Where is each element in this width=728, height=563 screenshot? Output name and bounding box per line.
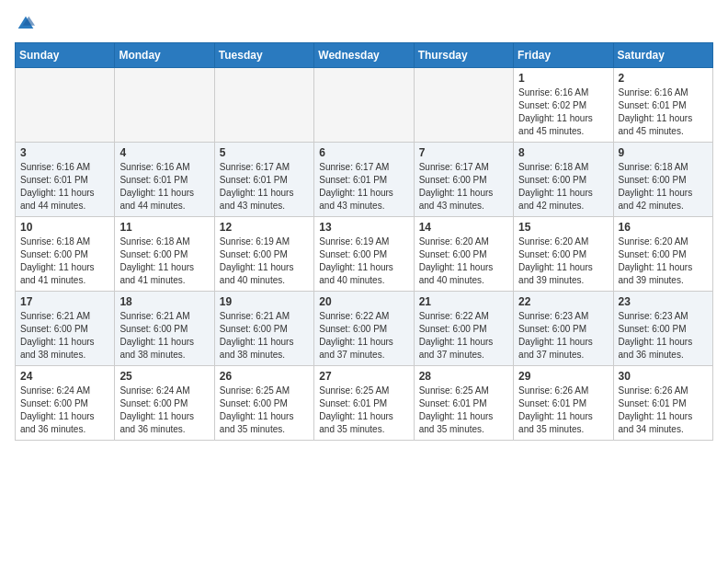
weekday-header-thursday: Thursday — [414, 43, 513, 68]
day-number: 12 — [220, 221, 309, 234]
day-number: 4 — [119, 146, 209, 159]
calendar-cell: 15Sunrise: 6:20 AMSunset: 6:00 PMDayligh… — [514, 217, 613, 292]
day-info: Sunrise: 6:22 AMSunset: 6:00 PMDaylight:… — [419, 311, 494, 360]
day-number: 10 — [20, 221, 109, 234]
day-number: 24 — [20, 370, 109, 383]
day-info: Sunrise: 6:18 AMSunset: 6:00 PMDaylight:… — [518, 162, 593, 211]
day-info: Sunrise: 6:20 AMSunset: 6:00 PMDaylight:… — [619, 236, 693, 285]
day-info: Sunrise: 6:17 AMSunset: 6:00 PMDaylight:… — [419, 162, 494, 211]
calendar-cell: 4Sunrise: 6:16 AMSunset: 6:01 PMDaylight… — [115, 143, 214, 217]
calendar-cell: 21Sunrise: 6:22 AMSunset: 6:00 PMDayligh… — [414, 292, 513, 366]
weekday-header-friday: Friday — [514, 43, 613, 68]
calendar-cell: 20Sunrise: 6:22 AMSunset: 6:00 PMDayligh… — [314, 292, 414, 366]
day-info: Sunrise: 6:21 AMSunset: 6:00 PMDaylight:… — [20, 311, 95, 360]
weekday-header-monday: Monday — [115, 43, 214, 68]
calendar-cell: 28Sunrise: 6:25 AMSunset: 6:01 PMDayligh… — [414, 366, 513, 441]
calendar-cell — [414, 68, 513, 143]
day-number: 1 — [518, 72, 608, 85]
calendar-week-row: 24Sunrise: 6:24 AMSunset: 6:00 PMDayligh… — [16, 366, 713, 441]
calendar-cell: 25Sunrise: 6:24 AMSunset: 6:00 PMDayligh… — [115, 366, 214, 441]
calendar-cell: 22Sunrise: 6:23 AMSunset: 6:00 PMDayligh… — [514, 292, 613, 366]
calendar-week-row: 17Sunrise: 6:21 AMSunset: 6:00 PMDayligh… — [16, 292, 713, 366]
day-number: 3 — [20, 146, 109, 159]
calendar-cell: 18Sunrise: 6:21 AMSunset: 6:00 PMDayligh… — [115, 292, 214, 366]
calendar-cell: 10Sunrise: 6:18 AMSunset: 6:00 PMDayligh… — [16, 217, 115, 292]
calendar-table: SundayMondayTuesdayWednesdayThursdayFrid… — [15, 42, 713, 441]
day-info: Sunrise: 6:25 AMSunset: 6:00 PMDaylight:… — [220, 385, 294, 434]
day-number: 7 — [419, 146, 508, 159]
day-number: 28 — [419, 370, 508, 383]
day-number: 22 — [518, 295, 608, 308]
day-number: 30 — [619, 370, 708, 383]
calendar-cell — [115, 68, 214, 143]
day-number: 23 — [619, 295, 708, 308]
calendar-cell: 11Sunrise: 6:18 AMSunset: 6:00 PMDayligh… — [115, 217, 214, 292]
day-info: Sunrise: 6:17 AMSunset: 6:01 PMDaylight:… — [319, 162, 393, 211]
page-header — [15, 15, 713, 33]
day-number: 21 — [419, 295, 508, 308]
day-info: Sunrise: 6:16 AMSunset: 6:01 PMDaylight:… — [20, 162, 95, 211]
day-number: 14 — [419, 221, 508, 234]
calendar-cell: 7Sunrise: 6:17 AMSunset: 6:00 PMDaylight… — [414, 143, 513, 217]
calendar-cell: 5Sunrise: 6:17 AMSunset: 6:01 PMDaylight… — [214, 143, 313, 217]
day-number: 26 — [220, 370, 309, 383]
calendar-cell — [16, 68, 115, 143]
day-number: 29 — [518, 370, 608, 383]
day-info: Sunrise: 6:16 AMSunset: 6:02 PMDaylight:… — [518, 87, 593, 136]
day-info: Sunrise: 6:18 AMSunset: 6:00 PMDaylight:… — [119, 236, 194, 285]
day-info: Sunrise: 6:25 AMSunset: 6:01 PMDaylight:… — [419, 385, 494, 434]
day-number: 13 — [319, 221, 408, 234]
day-info: Sunrise: 6:26 AMSunset: 6:01 PMDaylight:… — [518, 385, 593, 434]
calendar-cell: 14Sunrise: 6:20 AMSunset: 6:00 PMDayligh… — [414, 217, 513, 292]
calendar-cell: 6Sunrise: 6:17 AMSunset: 6:01 PMDaylight… — [314, 143, 414, 217]
day-number: 17 — [20, 295, 109, 308]
calendar-cell: 2Sunrise: 6:16 AMSunset: 6:01 PMDaylight… — [613, 68, 712, 143]
day-info: Sunrise: 6:18 AMSunset: 6:00 PMDaylight:… — [20, 236, 95, 285]
day-info: Sunrise: 6:22 AMSunset: 6:00 PMDaylight:… — [319, 311, 393, 360]
calendar-cell: 9Sunrise: 6:18 AMSunset: 6:00 PMDaylight… — [613, 143, 712, 217]
day-info: Sunrise: 6:18 AMSunset: 6:00 PMDaylight:… — [619, 162, 693, 211]
day-number: 8 — [518, 146, 608, 159]
weekday-header-tuesday: Tuesday — [214, 43, 313, 68]
calendar-week-row: 1Sunrise: 6:16 AMSunset: 6:02 PMDaylight… — [16, 68, 713, 143]
day-number: 27 — [319, 370, 408, 383]
logo — [15, 15, 35, 33]
calendar-cell: 24Sunrise: 6:24 AMSunset: 6:00 PMDayligh… — [16, 366, 115, 441]
day-number: 2 — [619, 72, 708, 85]
day-number: 18 — [119, 295, 209, 308]
day-number: 9 — [619, 146, 708, 159]
calendar-cell: 1Sunrise: 6:16 AMSunset: 6:02 PMDaylight… — [514, 68, 613, 143]
calendar-cell: 17Sunrise: 6:21 AMSunset: 6:00 PMDayligh… — [16, 292, 115, 366]
day-info: Sunrise: 6:16 AMSunset: 6:01 PMDaylight:… — [119, 162, 194, 211]
day-info: Sunrise: 6:17 AMSunset: 6:01 PMDaylight:… — [220, 162, 294, 211]
day-info: Sunrise: 6:23 AMSunset: 6:00 PMDaylight:… — [518, 311, 593, 360]
day-number: 6 — [319, 146, 408, 159]
calendar-header-row: SundayMondayTuesdayWednesdayThursdayFrid… — [16, 43, 713, 68]
day-info: Sunrise: 6:19 AMSunset: 6:00 PMDaylight:… — [220, 236, 294, 285]
day-number: 5 — [220, 146, 309, 159]
day-number: 15 — [518, 221, 608, 234]
calendar-week-row: 3Sunrise: 6:16 AMSunset: 6:01 PMDaylight… — [16, 143, 713, 217]
calendar-cell: 13Sunrise: 6:19 AMSunset: 6:00 PMDayligh… — [314, 217, 414, 292]
weekday-header-saturday: Saturday — [613, 43, 712, 68]
calendar-cell: 27Sunrise: 6:25 AMSunset: 6:01 PMDayligh… — [314, 366, 414, 441]
day-info: Sunrise: 6:24 AMSunset: 6:00 PMDaylight:… — [20, 385, 95, 434]
logo-icon — [17, 15, 35, 33]
calendar-cell — [214, 68, 313, 143]
calendar-cell: 12Sunrise: 6:19 AMSunset: 6:00 PMDayligh… — [214, 217, 313, 292]
day-number: 25 — [119, 370, 209, 383]
day-info: Sunrise: 6:21 AMSunset: 6:00 PMDaylight:… — [119, 311, 194, 360]
day-info: Sunrise: 6:19 AMSunset: 6:00 PMDaylight:… — [319, 236, 393, 285]
day-number: 16 — [619, 221, 708, 234]
calendar-cell: 29Sunrise: 6:26 AMSunset: 6:01 PMDayligh… — [514, 366, 613, 441]
day-info: Sunrise: 6:24 AMSunset: 6:00 PMDaylight:… — [119, 385, 194, 434]
calendar-week-row: 10Sunrise: 6:18 AMSunset: 6:00 PMDayligh… — [16, 217, 713, 292]
calendar-cell: 23Sunrise: 6:23 AMSunset: 6:00 PMDayligh… — [613, 292, 712, 366]
weekday-header-sunday: Sunday — [16, 43, 115, 68]
day-number: 11 — [119, 221, 209, 234]
weekday-header-wednesday: Wednesday — [314, 43, 414, 68]
calendar-cell: 8Sunrise: 6:18 AMSunset: 6:00 PMDaylight… — [514, 143, 613, 217]
day-info: Sunrise: 6:16 AMSunset: 6:01 PMDaylight:… — [619, 87, 693, 136]
day-info: Sunrise: 6:21 AMSunset: 6:00 PMDaylight:… — [220, 311, 294, 360]
day-number: 20 — [319, 295, 408, 308]
